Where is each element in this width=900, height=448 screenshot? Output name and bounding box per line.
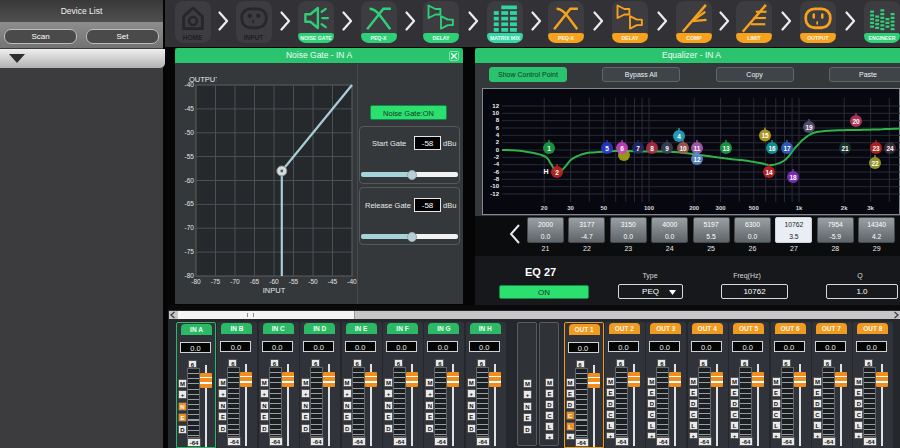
svg-text:12: 12 — [693, 156, 701, 163]
svg-text:16: 16 — [768, 145, 776, 152]
svg-text:7: 7 — [636, 145, 640, 152]
svg-text:11: 11 — [694, 145, 701, 152]
svg-text:20: 20 — [852, 118, 860, 125]
svg-text:5: 5 — [605, 145, 609, 152]
svg-text:15: 15 — [761, 132, 769, 139]
svg-text:23: 23 — [872, 145, 880, 152]
svg-text:21: 21 — [841, 145, 849, 152]
svg-text:4: 4 — [677, 133, 681, 140]
svg-text:24: 24 — [886, 145, 894, 152]
svg-text:14: 14 — [765, 169, 773, 176]
svg-text:18: 18 — [789, 174, 797, 181]
svg-text:2: 2 — [555, 169, 559, 176]
svg-text:6: 6 — [620, 145, 624, 152]
svg-text:13: 13 — [722, 145, 730, 152]
svg-text:H: H — [543, 168, 548, 175]
svg-text:1: 1 — [547, 145, 551, 152]
svg-text:17: 17 — [783, 145, 791, 152]
svg-text:10: 10 — [679, 145, 687, 152]
svg-text:9: 9 — [665, 145, 669, 152]
svg-text:8: 8 — [650, 145, 654, 152]
svg-text:19: 19 — [805, 124, 813, 131]
svg-text:22: 22 — [871, 160, 879, 167]
